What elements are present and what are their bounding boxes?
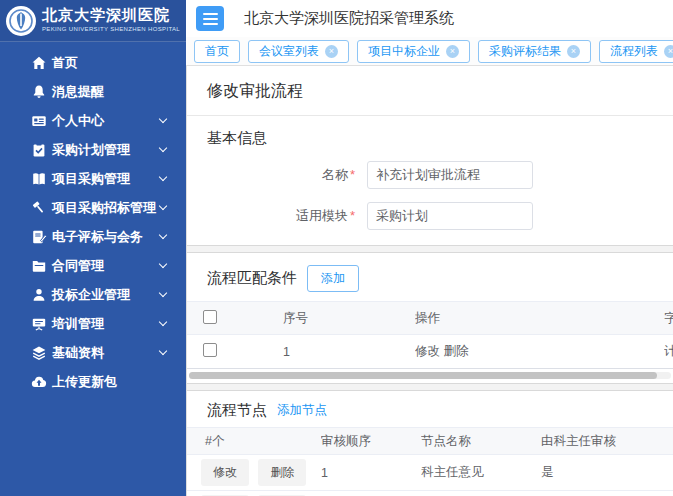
partial-cell: 计 — [664, 335, 673, 369]
chevron-down-icon — [159, 318, 167, 326]
scrollbar-thumb[interactable] — [189, 372, 657, 379]
row-checkbox[interactable] — [203, 343, 217, 357]
cloud-upload-icon — [31, 374, 47, 390]
column-node-name: 节点名称 — [421, 428, 541, 455]
sidebar-item-training-management[interactable]: 培训管理 — [0, 309, 186, 338]
column-seq: 序号 — [283, 302, 415, 335]
sidebar-item-e-evaluation[interactable]: 电子评标与会务 — [0, 222, 186, 251]
column-action: 操作 — [415, 302, 664, 335]
sidebar-item-basic-data[interactable]: 基础资料 — [0, 338, 186, 367]
menu-toggle-button[interactable] — [196, 6, 224, 31]
match-conditions-heading: 流程匹配条件 — [207, 269, 297, 288]
select-all-checkbox[interactable] — [203, 310, 217, 324]
main-area: 北京大学深圳医院招采管理系统 首页 会议室列表 项目中标企业 采购评标结果 流程… — [186, 0, 673, 496]
basic-info-heading: 基本信息 — [207, 129, 653, 148]
tab-meeting-room-list[interactable]: 会议室列表 — [248, 40, 349, 63]
gavel-icon — [31, 200, 47, 216]
flow-nodes-section: 流程节点 添加节点 #个 审核顺序 节点名称 由科主任审核 — [187, 391, 673, 496]
chevron-down-icon — [159, 202, 167, 210]
seq-cell: 1 — [283, 335, 415, 369]
edit-node-button[interactable]: 修改 — [201, 459, 249, 486]
flow-nodes-heading: 流程节点 — [207, 401, 267, 420]
required-asterisk: * — [350, 208, 355, 223]
hospital-name-en: PEKING UNIVERSITY SHENZHEN HOSPITAL — [42, 26, 180, 32]
hospital-emblem-icon — [5, 5, 37, 37]
sidebar-item-project-procurement[interactable]: 项目采购管理 — [0, 164, 186, 193]
required-asterisk: * — [350, 167, 355, 182]
user-icon — [31, 287, 47, 303]
tab-process-list[interactable]: 流程列表 — [599, 40, 673, 63]
close-icon[interactable] — [664, 45, 673, 58]
clipboard-check-icon — [31, 142, 47, 158]
close-icon[interactable] — [567, 45, 580, 58]
page-title: 修改审批流程 — [207, 81, 653, 102]
module-field[interactable] — [367, 202, 533, 230]
tab-evaluation-results[interactable]: 采购评标结果 — [478, 40, 591, 63]
flow-nodes-table: #个 审核顺序 节点名称 由科主任审核 修改 删除 1 — [187, 427, 673, 496]
page-content: 修改审批流程 基本信息 名称* 适用模块* 流程匹配条件 添加 — [186, 66, 673, 496]
section-divider — [187, 383, 673, 391]
sidebar-item-upload-update[interactable]: 上传更新包 — [0, 367, 186, 396]
close-icon[interactable] — [325, 45, 338, 58]
column-index: #个 — [187, 428, 321, 455]
node-name-cell: 采购员意见 — [421, 491, 541, 496]
bell-icon — [31, 84, 47, 100]
delete-node-button[interactable]: 删除 — [258, 459, 306, 486]
delete-condition-link[interactable]: 删除 — [443, 344, 468, 358]
chevron-down-icon — [159, 260, 167, 268]
sidebar-item-home[interactable]: 首页 — [0, 48, 186, 77]
node-name-cell: 科主任意见 — [421, 455, 541, 491]
chevron-down-icon — [159, 347, 167, 355]
dept-review-cell: 是 — [541, 455, 673, 491]
presentation-icon — [31, 316, 47, 332]
order-cell: 1 — [321, 455, 421, 491]
sidebar-menu: 首页 消息提醒 个人中心 采购计划管理 — [0, 42, 186, 396]
folder-icon — [31, 258, 47, 274]
add-condition-button[interactable]: 添加 — [307, 265, 359, 292]
id-card-icon — [31, 113, 47, 129]
sidebar-item-procurement-plan[interactable]: 采购计划管理 — [0, 135, 186, 164]
chevron-down-icon — [159, 173, 167, 181]
sidebar-item-contract-management[interactable]: 合同管理 — [0, 251, 186, 280]
tab-bar: 首页 会议室列表 项目中标企业 采购评标结果 流程列表 流程 — [186, 37, 673, 66]
hospital-name: 北京大学深圳医院 — [42, 8, 180, 24]
edit-condition-link[interactable]: 修改 — [415, 344, 440, 358]
section-divider — [187, 245, 673, 253]
chevron-down-icon — [159, 231, 167, 239]
book-icon — [31, 171, 47, 187]
chevron-down-icon — [159, 144, 167, 152]
table-row: 修改 删除 1 科主任意见 是 — [187, 455, 673, 491]
hospital-logo: 北京大学深圳医院 PEKING UNIVERSITY SHENZHEN HOSP… — [0, 0, 186, 42]
name-label: 名称 — [322, 167, 348, 182]
add-node-link[interactable]: 添加节点 — [277, 402, 327, 419]
close-icon[interactable] — [446, 45, 459, 58]
system-title: 北京大学深圳医院招采管理系统 — [244, 9, 454, 28]
sidebar: 北京大学深圳医院 PEKING UNIVERSITY SHENZHEN HOSP… — [0, 0, 186, 496]
chevron-down-icon — [159, 115, 167, 123]
sidebar-item-bidding-management[interactable]: 项目采购招标管理 — [0, 193, 186, 222]
app-window: 北京大学深圳医院 PEKING UNIVERSITY SHENZHEN HOSP… — [0, 0, 673, 496]
horizontal-scrollbar[interactable] — [189, 372, 671, 379]
layers-icon — [31, 345, 47, 361]
name-field[interactable] — [367, 161, 533, 189]
tab-home[interactable]: 首页 — [194, 40, 240, 63]
sidebar-item-bidder-enterprises[interactable]: 投标企业管理 — [0, 280, 186, 309]
top-bar: 北京大学深圳医院招采管理系统 — [186, 0, 673, 37]
basic-info-section: 基本信息 名称* 适用模块* — [187, 116, 673, 245]
document-edit-icon — [31, 229, 47, 245]
module-label: 适用模块 — [296, 208, 348, 223]
column-partial: 字 — [664, 302, 673, 335]
chevron-down-icon — [159, 289, 167, 297]
home-icon — [31, 55, 47, 71]
column-dept-review: 由科主任审核 — [541, 428, 673, 455]
match-conditions-section: 流程匹配条件 添加 序号 操作 字 — [187, 253, 673, 379]
column-order: 审核顺序 — [321, 428, 421, 455]
order-cell: 2 — [321, 491, 421, 496]
table-row: 修改 删除 2 采购员意见 否 — [187, 491, 673, 496]
sidebar-item-messages[interactable]: 消息提醒 — [0, 77, 186, 106]
match-conditions-table: 序号 操作 字 1 修改 删除 计 — [187, 301, 673, 369]
table-row: 1 修改 删除 计 — [187, 335, 673, 369]
dept-review-cell: 否 — [541, 491, 673, 496]
tab-winning-enterprises[interactable]: 项目中标企业 — [357, 40, 470, 63]
sidebar-item-personal-center[interactable]: 个人中心 — [0, 106, 186, 135]
